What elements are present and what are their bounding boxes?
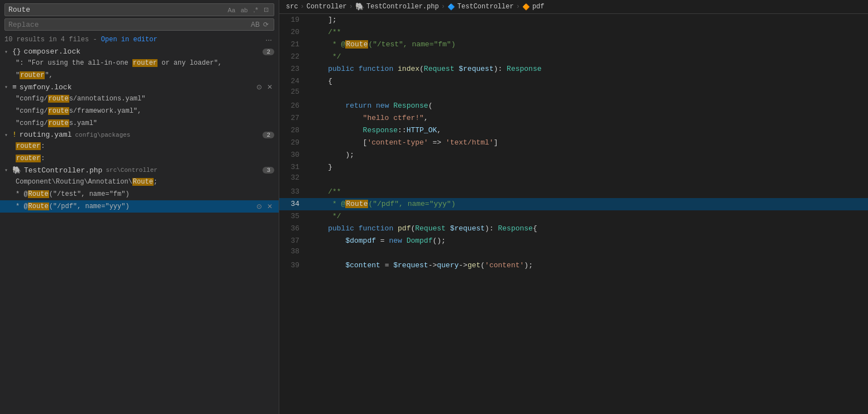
code-area[interactable]: 19 ]; 20 /** 21 * @Route("/test", name="… xyxy=(279,14,868,414)
line-number: 30 xyxy=(279,151,308,159)
match-text: "config/routes/annotations.yaml" xyxy=(16,94,145,104)
file-header-routing[interactable]: ▾ ! routing.yaml config\packages 2 xyxy=(0,129,279,140)
match-text: Component\Routing\Annotation\Route; xyxy=(16,177,158,187)
line-number: 38 xyxy=(279,247,308,256)
code-line-27: 27 "hello ctfer!", xyxy=(279,112,868,124)
case-sensitive-button[interactable]: Aa xyxy=(226,6,237,14)
line-content: public function index(Request $request):… xyxy=(308,63,542,75)
line-number: 28 xyxy=(279,126,308,134)
code-line-25: 25 xyxy=(279,88,868,100)
line-content: ); xyxy=(308,149,354,161)
line-content: * @Route("/pdf", name="yyy") xyxy=(308,198,455,210)
expand-button[interactable]: ⊡ xyxy=(262,6,270,14)
match-item[interactable]: router: xyxy=(0,152,279,165)
code-line-26: 26 return new Response( xyxy=(279,100,868,112)
file-name-testcontroller: TestController.php xyxy=(24,166,102,175)
match-item[interactable]: router: xyxy=(0,140,279,152)
code-line-28: 28 Response::HTTP_OK, xyxy=(279,124,868,137)
match-item[interactable]: "router", xyxy=(0,69,279,81)
code-line-22: 22 */ xyxy=(279,51,868,63)
line-content: ]; xyxy=(308,14,337,26)
code-line-23: 23 public function index(Request $reques… xyxy=(279,63,868,75)
dismiss-match-button[interactable]: ✕ xyxy=(265,202,274,211)
match-text: ": "For using the all-in-one router or a… xyxy=(16,58,222,68)
line-number: 33 xyxy=(279,187,308,196)
code-line-37: 37 $dompdf = new Dompdf(); xyxy=(279,235,868,247)
code-editor-panel: src › Controller › 🐘 TestController.php … xyxy=(279,0,868,414)
line-number: 36 xyxy=(279,224,308,233)
line-content: /** xyxy=(308,26,341,38)
search-bar-area: Aa ab .* ⊡ AB ⟳ xyxy=(0,0,279,33)
warning-file-icon: ! xyxy=(12,131,17,139)
match-text: * @Route("/pdf", name="yyy") xyxy=(16,201,130,211)
file-header-testcontroller[interactable]: ▾ 🐘 TestController.php src\Controller 3 xyxy=(0,165,279,176)
file-actions-symfony: ⊙ ✕ xyxy=(255,83,274,92)
collapse-icon: ▾ xyxy=(4,167,10,174)
code-line-39: 39 $content = $request->query->get('cont… xyxy=(279,259,868,272)
file-header-symfony[interactable]: ▾ ≡ symfony.lock ⊙ ✕ xyxy=(0,81,279,93)
open-in-editor-link[interactable]: Open in editor xyxy=(101,36,158,44)
collapse-icon: ▾ xyxy=(4,132,10,138)
code-line-24: 24 { xyxy=(279,75,868,88)
line-number: 21 xyxy=(279,40,308,49)
search-input[interactable] xyxy=(8,6,226,14)
lock-file-icon: ≡ xyxy=(12,83,17,92)
file-group-symfony: ▾ ≡ symfony.lock ⊙ ✕ "config/routes/anno… xyxy=(0,81,279,129)
line-number: 19 xyxy=(279,16,308,24)
breadcrumb-testcontroller: TestController xyxy=(457,3,514,11)
match-item[interactable]: "config/routes/annotations.yaml" xyxy=(0,93,279,105)
breadcrumb-src: src xyxy=(286,3,298,11)
match-text: "config/routes.yaml" xyxy=(16,118,97,128)
replace-input[interactable] xyxy=(8,21,249,29)
line-number: 27 xyxy=(279,114,308,122)
breadcrumb-controller: Controller xyxy=(307,3,347,11)
line-number: 35 xyxy=(279,212,308,220)
replace-file-button[interactable]: ⊙ xyxy=(255,83,264,92)
code-line-31: 31 } xyxy=(279,161,868,174)
collapse-icon: ▾ xyxy=(4,49,10,55)
method-breadcrumb-icon: 🔶 xyxy=(522,3,530,11)
match-item[interactable]: Component\Routing\Annotation\Route; xyxy=(0,176,279,188)
line-content: */ xyxy=(308,210,341,223)
replace-all-button[interactable]: ⟳ xyxy=(261,20,270,29)
whole-word-button[interactable]: ab xyxy=(239,6,249,14)
line-number: 25 xyxy=(279,88,308,96)
regex-button[interactable]: .* xyxy=(251,5,260,15)
collapse-icon: ▾ xyxy=(4,84,10,90)
line-number: 20 xyxy=(279,28,308,36)
code-line-30: 30 ); xyxy=(279,149,868,161)
file-name-composer: composer.lock xyxy=(24,47,80,56)
line-content: $dompdf = new Dompdf(); xyxy=(308,235,446,247)
replace-match-button[interactable]: ⊙ xyxy=(255,202,264,211)
line-number: 34 xyxy=(279,200,308,208)
code-line-21: 21 * @Route("/test", name="fm") xyxy=(279,38,868,51)
line-number: 23 xyxy=(279,65,308,73)
line-content: { xyxy=(308,75,332,88)
line-content: */ xyxy=(308,51,341,63)
file-name-symfony: symfony.lock xyxy=(20,83,72,92)
more-options-button[interactable]: ··· xyxy=(263,35,274,44)
match-actions: ⊙ ✕ xyxy=(255,202,274,211)
line-number: 26 xyxy=(279,102,308,110)
file-group-composer: ▾ {} composer.lock 2 ": "For using the a… xyxy=(0,46,279,81)
class-breadcrumb-icon: 🔷 xyxy=(447,3,455,11)
match-count-composer: 2 xyxy=(263,49,274,55)
match-item[interactable]: ": "For using the all-in-one router or a… xyxy=(0,57,279,69)
code-line-36: 36 public function pdf(Request $request)… xyxy=(279,223,868,235)
file-header-composer[interactable]: ▾ {} composer.lock 2 xyxy=(0,46,279,57)
match-item[interactable]: * @Route("/test", name="fm") xyxy=(0,188,279,200)
line-content: /** xyxy=(308,186,341,198)
match-item[interactable]: "config/routes/framework.yaml", xyxy=(0,105,279,117)
code-line-29: 29 ['content-type' => 'text/html'] xyxy=(279,137,868,149)
line-number: 39 xyxy=(279,261,308,269)
match-item[interactable]: "config/routes.yaml" xyxy=(0,117,279,129)
breadcrumb: src › Controller › 🐘 TestController.php … xyxy=(279,0,868,14)
code-line-33: 33 /** xyxy=(279,186,868,198)
results-info: 10 results in 4 files - Open in editor ·… xyxy=(0,33,279,46)
line-number: 37 xyxy=(279,237,308,245)
line-content: * @Route("/test", name="fm") xyxy=(308,38,455,51)
dismiss-file-button[interactable]: ✕ xyxy=(265,83,274,92)
replace-ab-button[interactable]: AB xyxy=(249,20,261,29)
match-item-selected[interactable]: * @Route("/pdf", name="yyy") ⊙ ✕ xyxy=(0,200,279,213)
file-group-testcontroller: ▾ 🐘 TestController.php src\Controller 3 … xyxy=(0,165,279,213)
